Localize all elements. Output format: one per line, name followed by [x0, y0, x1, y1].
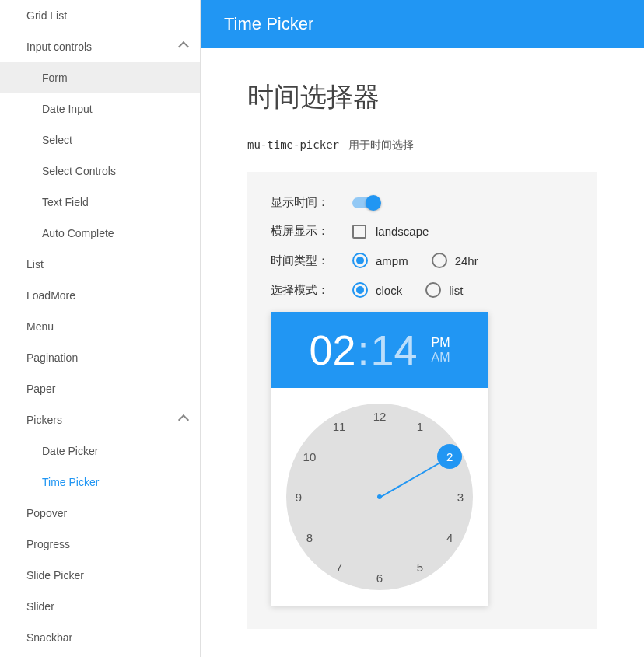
nav-item-label: Date Picker: [42, 445, 98, 457]
show-time-label: 显示时间：: [271, 195, 352, 210]
clock-hour-1[interactable]: 1: [408, 414, 432, 439]
nav-item-time-picker[interactable]: Time Picker: [0, 467, 200, 498]
nav-item-label: Time Picker: [42, 476, 99, 488]
nav-item-label: Form: [42, 72, 68, 84]
nav-item-label: Date Input: [42, 103, 93, 115]
nav-item-loadmore[interactable]: LoadMore: [0, 280, 200, 311]
clock-hand: [380, 461, 443, 498]
nav-item-pickers[interactable]: Pickers: [0, 404, 200, 435]
nav-item-label: Grid List: [26, 9, 67, 22]
nav-item-label: Select Controls: [42, 165, 116, 177]
nav-item-label: Popover: [26, 507, 67, 519]
nav-item-label: Auto Complete: [42, 227, 114, 239]
select-mode-clock[interactable]: clock: [352, 282, 402, 298]
nav-item-label: Slider: [26, 600, 54, 613]
nav-item-label: List: [26, 258, 44, 271]
clock-hour-2[interactable]: 2: [437, 444, 462, 469]
nav-item-date-picker[interactable]: Date Picker: [0, 435, 200, 467]
nav-item-list[interactable]: List: [0, 249, 200, 280]
nav-item-text-field[interactable]: Text Field: [0, 187, 200, 218]
app-header: Time Picker: [201, 0, 644, 48]
landscape-checkbox[interactable]: [352, 225, 366, 239]
show-time-switch[interactable]: [352, 197, 379, 208]
nav-item-input-controls[interactable]: Input controls: [0, 31, 200, 62]
time-display: 02 : 14 PM AM: [271, 312, 488, 388]
nav-item-label: Text Field: [42, 196, 89, 208]
component-code: mu-time-picker: [247, 138, 339, 151]
nav-item-grid-list[interactable]: Grid List: [0, 0, 200, 31]
clock-hour-7[interactable]: 7: [327, 554, 352, 579]
nav-item-slider[interactable]: Slider: [0, 591, 200, 622]
select-mode-label: 选择模式：: [271, 283, 352, 298]
nav-item-select[interactable]: Select: [0, 124, 200, 156]
clock-face[interactable]: 121234567891011: [286, 404, 473, 590]
nav-item-pagination[interactable]: Pagination: [0, 342, 200, 373]
nav-item-label: Paper: [26, 383, 55, 395]
nav-item-paper[interactable]: Paper: [0, 373, 200, 404]
component-desc: 用于时间选择: [348, 138, 414, 151]
clock-hour-5[interactable]: 5: [408, 554, 432, 579]
page-heading: 时间选择器: [247, 79, 597, 115]
nav-item-progress[interactable]: Progress: [0, 529, 200, 560]
nav-item-auto-complete[interactable]: Auto Complete: [0, 218, 200, 249]
radio-icon: [432, 253, 447, 268]
nav-item-menu[interactable]: Menu: [0, 311, 200, 342]
radio-icon: [352, 253, 368, 268]
clock-hour-3[interactable]: 3: [448, 484, 473, 509]
nav-item-stepper[interactable]: Stepper: [0, 653, 200, 657]
clock-hour-12[interactable]: 12: [367, 404, 392, 428]
page-description: mu-time-picker 用于时间选择: [247, 138, 597, 152]
nav-item-label: Snackbar: [26, 631, 72, 644]
time-type-ampm[interactable]: ampm: [352, 253, 408, 268]
nav-item-label: Slide Picker: [26, 569, 84, 582]
time-minutes[interactable]: 14: [371, 326, 418, 374]
time-type-24hr[interactable]: 24hr: [432, 253, 478, 268]
time-separator: :: [357, 326, 369, 374]
clock-hour-8[interactable]: 8: [297, 525, 322, 550]
nav-item-form[interactable]: Form: [0, 62, 200, 93]
nav-item-label: Input controls: [26, 40, 92, 53]
chevron-up-icon: [178, 414, 189, 425]
page-title: Time Picker: [224, 14, 313, 33]
clock-hour-11[interactable]: 11: [327, 414, 352, 439]
nav-item-snackbar[interactable]: Snackbar: [0, 622, 200, 653]
time-type-label: 时间类型：: [271, 253, 352, 268]
time-hours[interactable]: 02: [309, 326, 355, 374]
landscape-label: 横屏显示：: [271, 224, 352, 239]
nav-item-label: Menu: [26, 320, 54, 333]
landscape-opt: landscape: [376, 225, 429, 238]
nav-item-label: Select: [42, 134, 72, 146]
demo-panel: 显示时间： 横屏显示： landscape 时间类型： ampm: [247, 172, 597, 629]
time-pm[interactable]: PM: [432, 335, 450, 350]
time-picker: 02 : 14 PM AM 12123456789101: [271, 312, 488, 606]
nav-item-select-controls[interactable]: Select Controls: [0, 156, 200, 187]
radio-icon: [425, 282, 441, 298]
nav-item-slide-picker[interactable]: Slide Picker: [0, 560, 200, 591]
nav-item-label: Pagination: [26, 351, 78, 364]
nav-item-label: Pickers: [26, 414, 62, 426]
nav-item-popover[interactable]: Popover: [0, 498, 200, 529]
select-mode-list[interactable]: list: [425, 282, 463, 298]
nav-item-date-input[interactable]: Date Input: [0, 93, 200, 124]
clock-hour-4[interactable]: 4: [437, 525, 462, 550]
time-am[interactable]: AM: [432, 350, 450, 365]
chevron-up-icon: [178, 41, 189, 52]
clock-hour-10[interactable]: 10: [297, 444, 322, 469]
radio-icon: [352, 282, 368, 298]
nav-item-label: LoadMore: [26, 289, 75, 302]
nav-item-label: Progress: [26, 538, 70, 550]
clock-hour-9[interactable]: 9: [286, 484, 311, 509]
sidebar: Grid ListInput controlsFormDate InputSel…: [0, 0, 201, 657]
clock-hour-6[interactable]: 6: [367, 565, 392, 590]
